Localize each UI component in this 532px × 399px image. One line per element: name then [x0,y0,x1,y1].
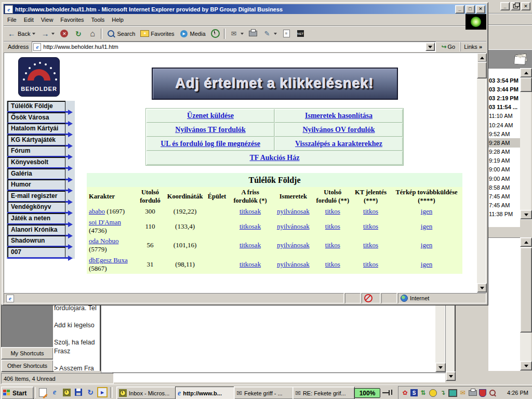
menu-favorites[interactable]: Favorites [57,15,87,24]
tray-upload-icon[interactable]: ↴ [438,389,447,397]
sidebar-item-label[interactable]: KG Kártyajáték [7,135,65,145]
my-shortcuts-button[interactable]: My Shortcuts [1,347,54,360]
tray-antivirus-shield-icon[interactable] [478,389,487,397]
forward-dropdown-icon[interactable] [51,33,55,35]
start-button[interactable]: Start [1,387,34,399]
back-button[interactable]: ← Back [5,27,38,41]
go-button[interactable]: ↪ Go [438,43,458,51]
kt-report-link[interactable]: titkos [363,260,378,268]
sidebar-item[interactable]: Túlélők Földje [6,101,75,112]
address-input[interactable]: e http://www.beholder.hu/l1.htm [32,42,436,52]
quicklaunch-outlook-icon[interactable] [61,387,72,397]
sidebar-item-label[interactable]: Hatalom Kártyái [7,123,65,134]
task-inbox[interactable]: Inbox - Micros... [116,387,179,399]
messenger-button[interactable]: NET [294,27,308,41]
quicklaunch-save-icon[interactable] [73,387,84,397]
sidebar-item-label[interactable]: Galéria [7,168,65,179]
message-received-time[interactable]: 11:10 AM [488,112,520,121]
task-re-fekete-griff[interactable]: ✉ RE: Fekete grif... [292,387,355,399]
message-list-scrollbar[interactable] [520,68,531,219]
sidebar-item[interactable]: Játék a neten [6,213,75,224]
quicklaunch-mediaplayer-icon[interactable]: ▶ [97,387,108,397]
scroll-down-button[interactable] [446,371,456,381]
quicklaunch-sync-icon[interactable]: ↻ [85,387,96,397]
outlook-restore-button[interactable] [511,2,520,10]
map-forward-link[interactable]: igen [421,241,432,249]
outlook-message-list[interactable]: 03 3:54 PM 03 3:44 PM 03 2:19 PM 03 11:5… [488,68,520,227]
fresh-turns-link[interactable]: titkosak [240,260,261,268]
menu-tools[interactable]: Tools [88,15,109,24]
menu-view[interactable]: View [37,15,57,24]
home-button[interactable]: ⌂ [85,27,99,41]
sidebar-item[interactable]: Vendégkönyv [6,202,75,213]
message-received-time[interactable]: 8:58 AM [488,183,520,192]
message-received-time[interactable]: 03 11:54 ... [488,103,520,112]
links-chevron-icon[interactable]: » [479,44,482,50]
sidebar-item-label[interactable]: Humor [7,179,65,190]
sidebar-item-label[interactable]: Fórum [7,145,65,156]
last-turn-link[interactable]: titkos [325,260,340,268]
quicklaunch-ie-icon[interactable]: e [49,387,60,397]
message-received-time[interactable]: 03 3:54 PM [488,76,520,85]
tray-sync-arrows-icon[interactable]: ⇅ [419,389,428,397]
forward-button[interactable]: → [38,27,57,41]
scroll-up-button[interactable] [520,237,532,247]
tray-printer-icon[interactable] [468,389,477,397]
sidebar-item[interactable]: Könyvesbolt [6,157,75,168]
ie-titlebar[interactable]: e http://www.beholder.hu/l1.htm - Micros… [4,4,486,14]
close-button[interactable]: ✕ [476,5,485,14]
message-received-time[interactable]: 9:52 AM [488,129,520,138]
message-received-time[interactable]: 10:24 AM [488,121,520,129]
page-scrollbar[interactable] [477,53,486,292]
task-ie-beholder[interactable]: e http://www.b... [175,387,237,399]
tray-display-icon[interactable] [448,389,457,397]
mail-button[interactable]: ✉ [227,27,246,41]
quick-link-auction-house[interactable]: TF Aukciós Ház [250,154,300,162]
taskbar-clock[interactable]: 4:26 PM [507,390,528,396]
map-forward-link[interactable]: igen [421,207,432,215]
outlook-close-button[interactable]: ✕ [521,2,530,10]
quick-link[interactable]: Nyilvános TF fordulók [175,126,245,134]
message-received-time[interactable]: 9:19 AM [488,156,520,165]
mail-dropdown-icon[interactable] [241,33,244,35]
sidebar-item-label[interactable]: Vendégkönyv [7,202,65,212]
sidebar-item[interactable]: Shadowrun [6,235,75,247]
kt-report-link[interactable]: titkos [363,241,378,249]
message-received-time[interactable]: 03 2:19 PM [488,94,520,102]
character-name-link[interactable]: soi D'Aman [89,218,121,226]
message-received-time[interactable]: 7:45 AM [488,201,520,210]
menu-edit[interactable]: Edit [20,15,37,24]
message-body-scrollbar[interactable] [435,305,445,372]
task-fekete-griff[interactable]: ✉ Fekete griff - ... [234,387,296,399]
scroll-down-button[interactable] [435,363,446,372]
sidebar-item[interactable]: KG Kártyajáték [6,135,75,146]
fresh-turns-link[interactable]: titkosak [240,207,261,215]
sidebar-item[interactable]: Humor [6,179,75,191]
tray-magnifier-icon[interactable] [488,389,497,397]
sidebar-item-label[interactable]: Shadowrun [7,235,65,246]
knowledge-link[interactable]: nyilvánosak [277,207,310,215]
sidebar-item-label[interactable]: Játék a neten [7,213,65,224]
favorites-button[interactable]: ✶ Favorites [138,27,177,41]
map-forward-link[interactable]: igen [421,222,432,230]
sidebar-item[interactable]: Galéria [6,168,75,180]
scroll-down-button[interactable] [477,283,487,292]
message-received-time[interactable]: 9:28 AM [488,148,520,156]
kt-report-link[interactable]: titkos [363,207,378,215]
sidebar-item-label[interactable]: 007 [7,247,65,258]
edit-dropdown-icon[interactable] [274,33,277,35]
message-received-time[interactable]: 03 3:44 PM [488,85,520,94]
sidebar-item[interactable]: E-mail regiszter [6,191,75,202]
quick-link[interactable]: Visszalépés a karakterekhez [295,140,382,148]
tray-messenger-icon[interactable] [429,389,437,397]
character-name-link[interactable]: oda Nobuo [89,237,118,245]
character-name-link[interactable]: dbEgesz Buxa [89,256,128,264]
outlook-minimize-button[interactable]: _ [500,2,510,10]
fresh-turns-link[interactable]: titkosak [240,222,261,230]
message-received-time[interactable]: 7:45 AM [488,192,520,201]
media-button[interactable]: ▶ Media [177,27,208,41]
tray-mail-notify-icon[interactable]: ✉ [458,389,467,397]
menu-file[interactable]: File [4,15,20,24]
quick-link[interactable]: Üzenet küldése [187,112,234,119]
discuss-button[interactable]: ≡ [280,27,294,41]
